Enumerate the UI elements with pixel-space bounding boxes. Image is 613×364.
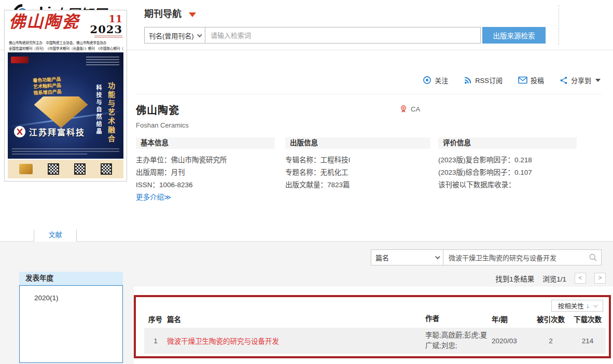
result-count-row: 找到1条结果 浏览1/1 < > <box>495 273 606 284</box>
row-authors: 李聪;高啟蔚;彭虎;夏广斌;刘忠; <box>425 330 492 352</box>
chevron-down-icon <box>435 254 440 259</box>
cover-issue-block: 11 2023 <box>90 13 122 39</box>
info-row-volume: 出版文献量：7823篇 <box>285 179 438 191</box>
source-search-button[interactable]: 出版来源检索 <box>482 27 546 44</box>
cover-seal <box>19 164 33 174</box>
envelope-icon <box>518 76 527 84</box>
info-row-indexed-db: 该刊被以下数据库收录： <box>438 179 602 191</box>
ca-badge-label: CA <box>411 105 420 113</box>
journal-nav-title[interactable]: 期刊导航 <box>144 6 196 20</box>
journal-cover-image: 佛山陶瓷 11 2023 佛山市陶瓷研究所主办 中国陶瓷工业协会、佛山市陶瓷学会… <box>4 10 127 181</box>
info-row-album: 专辑名称：工程科技I <box>285 154 438 166</box>
submit-button[interactable]: 投稿 <box>518 75 544 85</box>
medal-icon <box>399 105 408 114</box>
chevron-down-icon <box>593 303 597 307</box>
row-download-count: 214 <box>569 337 606 345</box>
publish-year-sidebar: 发表年度 2020(1) <box>19 272 123 363</box>
info-row-issn: ISSN：1006-8236 <box>136 179 285 191</box>
row-year-issue: 2020/03 <box>492 337 532 345</box>
results-table: 序号 篇名 作者 年/期 被引次数 下载次数 1 微波干燥卫生陶瓷的研究与设备开… <box>144 312 606 354</box>
more-intro-link[interactable]: 更多介绍≫ <box>136 191 285 204</box>
year-item-2020[interactable]: 2020(1) <box>20 286 122 302</box>
basic-info-header: 基本信息 <box>136 137 275 149</box>
journal-main: 关注 RSS订阅 投稿 分享到 佛山陶瓷 <box>136 50 602 230</box>
evaluate-info-header: 评价信息 <box>438 137 577 149</box>
journal-search-input[interactable] <box>205 27 481 44</box>
header-search-bar: 刊名(曾用刊名) 出版来源检索 <box>144 27 546 44</box>
company-logo-icon <box>14 126 25 137</box>
article-title-link[interactable]: 微波干燥卫生陶瓷的研究与设备开发 <box>167 338 279 345</box>
chevron-down-icon <box>197 32 202 37</box>
result-search-bar: 篇名 <box>371 249 602 265</box>
info-row-cycle: 出版周期：月刊 <box>136 166 285 179</box>
journal-actions: 关注 RSS订阅 投稿 分享到 <box>423 75 601 85</box>
actions-divider <box>136 94 602 94</box>
ca-badge: CA <box>399 105 420 114</box>
cover-brand-mark <box>11 57 29 63</box>
share-icon <box>560 76 568 85</box>
cover-company-row: 江苏拜富科技 <box>14 125 85 138</box>
cover-qr-strip <box>8 160 123 178</box>
qr-code-icon <box>101 163 112 175</box>
page-indicator: 浏览1/1 <box>542 273 566 284</box>
journal-field-select[interactable]: 刊名(曾用刊名) <box>144 27 205 44</box>
sort-by-relevance-button[interactable]: 按相关性↓ <box>551 300 603 312</box>
journal-title-en: Foshan Ceramics <box>136 121 189 129</box>
info-row-topic: 专题名称：无机化工 <box>285 166 438 179</box>
cover-publisher-lines: 佛山市陶瓷研究所主办 中国陶瓷工业协会、佛山市陶瓷学会协办 全国性建材期刊（月刊… <box>8 40 123 51</box>
cover-ad-text: 着色功能产品 艺术釉料产品 锆系增白产品 <box>33 76 62 96</box>
basic-info-column: 基本信息 主办单位：佛山市陶瓷研究所 出版周期：月刊 ISSN：1006-823… <box>136 137 285 204</box>
cover-company-name: 江苏拜富科技 <box>29 125 85 138</box>
follow-button[interactable]: 关注 <box>423 75 448 85</box>
cover-slogan-1: 科技与自然结晶 <box>94 85 103 135</box>
info-row-composite-if: (2023版)复合影响因子：0.218 <box>438 154 602 166</box>
share-button[interactable]: 分享到 <box>560 75 601 85</box>
publish-year-header: 发表年度 <box>19 272 123 285</box>
cover-slogan-2: 功能与艺术融合 <box>106 82 116 144</box>
cover-artwork: 着色功能产品 艺术釉料产品 锆系增白产品 科技与自然结晶 功能与艺术融合 江苏拜… <box>8 52 123 159</box>
publish-info-column: 出版信息 专辑名称：工程科技I 专题名称：无机化工 出版文献量：7823篇 <box>285 137 438 204</box>
evaluate-info-column: 评价信息 (2023版)复合影响因子：0.218 (2023版)综合影响因子：0… <box>438 137 602 204</box>
header-dashed-divider <box>559 5 559 45</box>
tab-documents[interactable]: 文献 <box>34 230 77 242</box>
follow-eye-icon <box>423 76 431 85</box>
results-table-header: 序号 篇名 作者 年/期 被引次数 下载次数 <box>144 312 606 326</box>
result-field-select[interactable]: 篇名 <box>371 249 443 265</box>
table-row: 1 微波干燥卫生陶瓷的研究与设备开发 李聪;高啟蔚;彭虎;夏广斌;刘忠; 202… <box>144 328 606 354</box>
qr-code-icon <box>48 163 59 175</box>
publish-year-list: 2020(1) <box>19 285 123 363</box>
publish-info-header: 出版信息 <box>285 137 430 149</box>
next-page-button[interactable]: > <box>594 273 606 284</box>
journal-info-columns: 基本信息 主办单位：佛山市陶瓷研究所 出版周期：月刊 ISSN：1006-823… <box>136 137 602 204</box>
sort-down-arrow-icon: ↓ <box>586 302 589 310</box>
journal-title: 佛山陶瓷 <box>136 102 179 117</box>
prev-page-button[interactable]: < <box>575 273 586 284</box>
share-caret-icon <box>595 79 601 82</box>
rss-icon <box>464 76 472 85</box>
info-row-comprehensive-if: (2023版)综合影响因子：0.107 <box>438 166 602 179</box>
tab-strip: 文献 <box>0 230 613 242</box>
page: nki 中国知网 www.cnki.net 中国知识基础设施工程 期刊导航 刊名… <box>0 0 613 364</box>
result-search-input[interactable] <box>443 249 602 265</box>
nav-caret-icon <box>189 12 196 17</box>
info-row-sponsor: 主办单位：佛山市陶瓷研究所 <box>136 154 285 166</box>
search-icon[interactable] <box>589 253 597 264</box>
qr-code-icon <box>74 163 86 175</box>
cover-masthead: 佛山陶瓷 <box>9 13 90 31</box>
results-panel: 按相关性↓ 序号 篇名 作者 年/期 被引次数 下载次数 1 微波干燥卫生陶瓷的… <box>134 287 613 364</box>
row-cited-count: 2 <box>532 337 569 345</box>
result-count: 找到1条结果 <box>495 273 534 284</box>
rss-button[interactable]: RSS订阅 <box>464 75 503 85</box>
row-index: 1 <box>144 337 167 345</box>
